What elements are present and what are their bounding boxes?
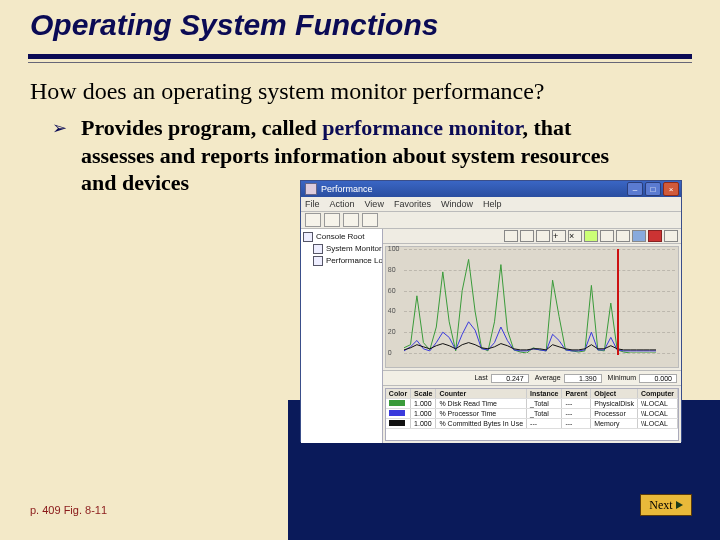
legend-cell: _Total	[527, 409, 562, 419]
stat-min-label: Minimum	[608, 374, 636, 383]
legend-header[interactable]: Scale	[411, 389, 436, 399]
tree-item-label: System Monitor	[326, 243, 382, 255]
y-tick: 100	[388, 245, 400, 252]
title-rule-thick	[28, 54, 692, 59]
folder-icon	[303, 232, 313, 242]
report-view-icon[interactable]	[536, 230, 550, 242]
menu-favorites[interactable]: Favorites	[394, 199, 431, 209]
y-tick: 60	[388, 287, 396, 294]
legend-cell: \\LOCAL	[637, 409, 677, 419]
toolbar	[301, 212, 681, 229]
legend-cell: ---	[562, 409, 591, 419]
legend-header[interactable]: Computer	[637, 389, 677, 399]
chevron-right-icon: ➢	[52, 114, 67, 142]
minimize-button[interactable]: –	[627, 182, 643, 196]
legend-cell: ---	[562, 399, 591, 409]
stat-last-value: 0.247	[491, 374, 529, 383]
slide-title: Operating System Functions	[30, 8, 438, 42]
legend-header[interactable]: Color	[386, 389, 411, 399]
tree-root-label: Console Root	[316, 231, 364, 243]
legend-cell: ---	[527, 419, 562, 429]
menu-help[interactable]: Help	[483, 199, 502, 209]
legend-row[interactable]: 1.000% Processor Time_Total---Processor\…	[386, 409, 678, 419]
toolbar-forward-icon[interactable]	[324, 213, 340, 227]
app-icon	[305, 183, 317, 195]
legend-header[interactable]: Parent	[562, 389, 591, 399]
page-reference: p. 409 Fig. 8-11	[30, 504, 107, 516]
toolbar-refresh-icon[interactable]	[343, 213, 359, 227]
stats-bar: Last0.247 Average1.390 Minimum0.000	[383, 370, 681, 386]
toolbar-back-icon[interactable]	[305, 213, 321, 227]
bullet-pre: Provides program, called	[81, 115, 322, 140]
copy-icon[interactable]	[600, 230, 614, 242]
title-rule-thin	[28, 62, 692, 63]
y-tick: 40	[388, 307, 396, 314]
stat-avg-value: 1.390	[564, 374, 602, 383]
tree-root[interactable]: Console Root	[303, 231, 380, 243]
highlight-icon[interactable]	[584, 230, 598, 242]
y-tick: 0	[388, 349, 392, 356]
tree-item-system-monitor[interactable]: System Monitor	[303, 243, 380, 255]
legend-row[interactable]: 1.000% Committed Bytes In Use------Memor…	[386, 419, 678, 429]
bullet-highlight: performance monitor	[322, 115, 522, 140]
legend-header[interactable]: Instance	[527, 389, 562, 399]
legend-cell: % Committed Bytes In Use	[436, 419, 527, 429]
chart-area: 100806040200	[385, 246, 679, 368]
next-label: Next	[649, 498, 672, 513]
legend-table[interactable]: ColorScaleCounterInstanceParentObjectCom…	[385, 388, 679, 441]
legend-cell: % Disk Read Time	[436, 399, 527, 409]
slide-question: How does an operating system monitor per…	[30, 78, 690, 105]
legend-cell: _Total	[527, 399, 562, 409]
legend-cell: Processor	[591, 409, 638, 419]
stat-min-value: 0.000	[639, 374, 677, 383]
chart-view-icon[interactable]	[504, 230, 518, 242]
time-cursor	[617, 249, 619, 355]
y-tick: 20	[388, 328, 396, 335]
legend-cell: ---	[562, 419, 591, 429]
monitor-icon	[313, 244, 323, 254]
menu-view[interactable]: View	[365, 199, 384, 209]
maximize-button[interactable]: □	[645, 182, 661, 196]
menu-file[interactable]: File	[305, 199, 320, 209]
legend-header[interactable]: Counter	[436, 389, 527, 399]
color-swatch	[389, 410, 405, 416]
add-counter-icon[interactable]: +	[552, 230, 566, 242]
arrow-right-icon	[676, 501, 683, 509]
window-title: Performance	[321, 184, 373, 194]
menu-window[interactable]: Window	[441, 199, 473, 209]
remove-counter-icon[interactable]: ×	[568, 230, 582, 242]
legend-cell: \\LOCAL	[637, 399, 677, 409]
logs-icon	[313, 256, 323, 266]
legend-cell: % Processor Time	[436, 409, 527, 419]
paste-icon[interactable]	[616, 230, 630, 242]
y-tick: 80	[388, 266, 396, 273]
legend-cell: Memory	[591, 419, 638, 429]
toolbar-props-icon[interactable]	[362, 213, 378, 227]
next-button[interactable]: Next	[640, 494, 692, 516]
properties-icon[interactable]	[632, 230, 646, 242]
grid-line	[404, 353, 675, 354]
legend-cell: \\LOCAL	[637, 419, 677, 429]
legend-header[interactable]: Object	[591, 389, 638, 399]
close-button[interactable]: ×	[663, 182, 679, 196]
tree-pane[interactable]: Console Root System Monitor Performance …	[301, 229, 383, 443]
stat-last-label: Last	[474, 374, 487, 383]
window-titlebar[interactable]: Performance – □ ×	[301, 181, 681, 197]
help-icon[interactable]	[664, 230, 678, 242]
color-swatch	[389, 400, 405, 406]
legend-row[interactable]: 1.000% Disk Read Time_Total---PhysicalDi…	[386, 399, 678, 409]
tree-item-logs-alerts[interactable]: Performance Logs and Alerts	[303, 255, 380, 267]
legend-cell: PhysicalDisk	[591, 399, 638, 409]
legend-cell: 1.000	[411, 419, 436, 429]
freeze-icon[interactable]	[648, 230, 662, 242]
menu-action[interactable]: Action	[330, 199, 355, 209]
legend-cell: 1.000	[411, 399, 436, 409]
performance-window: Performance – □ × File Action View Favor…	[300, 180, 682, 442]
menu-bar[interactable]: File Action View Favorites Window Help	[301, 197, 681, 212]
histogram-view-icon[interactable]	[520, 230, 534, 242]
tree-item-label: Performance Logs and Alerts	[326, 255, 383, 267]
chart-toolbar: + ×	[383, 229, 681, 244]
legend-cell: 1.000	[411, 409, 436, 419]
stat-avg-label: Average	[535, 374, 561, 383]
color-swatch	[389, 420, 405, 426]
